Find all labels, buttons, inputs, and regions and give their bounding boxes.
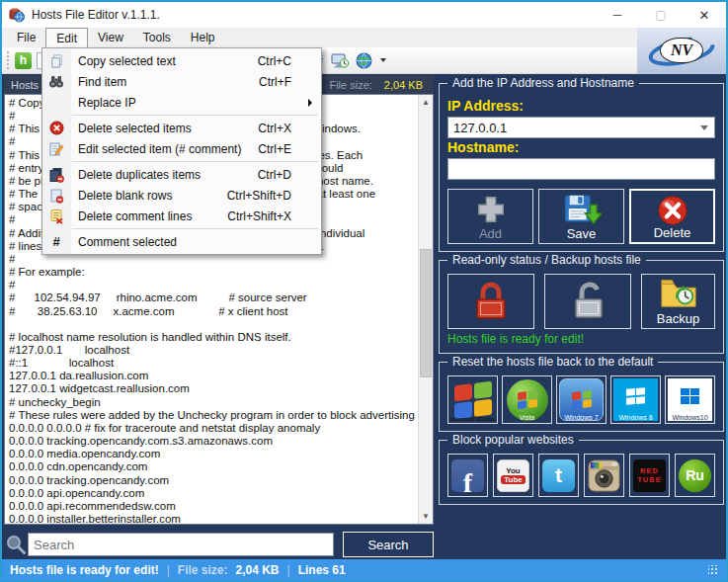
add-button[interactable]: Add bbox=[447, 189, 533, 244]
ready-status-text: Hosts file is ready for edit! bbox=[447, 332, 715, 346]
ip-address-combobox[interactable]: 127.0.0.1 bbox=[447, 117, 715, 138]
ru-icon: Ru bbox=[679, 459, 711, 492]
windows-xp-icon bbox=[454, 380, 492, 419]
submenu-arrow-icon bbox=[308, 99, 312, 107]
menu-item-edit-selected-item[interactable]: Edit selected item (# comment) Ctrl+E bbox=[42, 138, 321, 159]
delete-x-icon bbox=[656, 194, 689, 227]
menu-tools[interactable]: Tools bbox=[133, 28, 181, 47]
nv-logo: NV bbox=[647, 34, 716, 69]
scroll-up-icon[interactable]: ▲ bbox=[419, 95, 433, 110]
block-sites-group-title: Block popular websites bbox=[447, 433, 579, 447]
menu-item-shortcut: Ctrl+C bbox=[258, 54, 321, 68]
globe-dropdown-arrow-icon[interactable] bbox=[380, 58, 386, 62]
menu-item-comment-selected[interactable]: # Comment selected bbox=[42, 231, 321, 252]
scrollbar-thumb[interactable] bbox=[420, 249, 432, 377]
search-button[interactable]: Search bbox=[343, 532, 434, 557]
menu-item-delete-selected-items[interactable]: Delete selected items Ctrl+X bbox=[42, 118, 321, 138]
save-button[interactable]: Save bbox=[538, 189, 624, 244]
title-bar: Hosts File Editor v.1.1.1. ─ ▢ ✕ bbox=[2, 2, 726, 28]
email-clock-icon[interactable] bbox=[331, 52, 350, 69]
window-title: Hosts File Editor v.1.1.1. bbox=[32, 8, 160, 22]
lock-open-icon bbox=[565, 280, 610, 323]
redtube-icon: RED TUBE bbox=[633, 459, 666, 492]
maximize-button[interactable]: ▢ bbox=[639, 2, 683, 28]
menu-item-label: Edit selected item (# comment) bbox=[78, 142, 241, 156]
backup-button-label: Backup bbox=[657, 311, 699, 326]
menu-item-delete-duplicates[interactable]: Delete duplicates items Ctrl+D bbox=[42, 164, 321, 185]
menu-item-label: Find item bbox=[78, 75, 126, 89]
menu-item-replace-ip[interactable]: Replace IP bbox=[42, 92, 321, 113]
menu-item-label: Replace IP bbox=[78, 96, 136, 110]
hosts-icon[interactable]: h bbox=[15, 52, 32, 69]
reset-group: Reset the hosts file back to the default… bbox=[439, 362, 724, 432]
statusbar-separator: | bbox=[287, 563, 290, 577]
block-redtube-button[interactable]: RED TUBE bbox=[629, 454, 670, 497]
statusbar-lines-label: Lines 61 bbox=[298, 563, 346, 577]
menu-item-label: Delete comment lines bbox=[78, 209, 192, 223]
delete-button-label: Delete bbox=[654, 225, 691, 240]
menu-file[interactable]: File bbox=[7, 28, 45, 47]
close-button[interactable]: ✕ bbox=[683, 2, 726, 28]
delete-red-icon bbox=[49, 121, 64, 135]
menu-item-shortcut: Ctrl+X bbox=[258, 122, 321, 135]
status-bar: Hosts file is ready for edit! | File siz… bbox=[2, 559, 726, 580]
binoculars-icon bbox=[48, 74, 64, 89]
search-row: Search bbox=[4, 525, 434, 558]
menu-item-delete-blank-rows[interactable]: Delete blank rows Ctrl+Shift+D bbox=[42, 185, 321, 206]
statusbar-status-text: Hosts file is ready for edit! bbox=[10, 563, 159, 577]
vertical-scrollbar[interactable]: ▲ ▼ bbox=[418, 95, 433, 524]
reset-windows-7-button[interactable]: Windows 7 bbox=[556, 375, 607, 424]
windows-vista-label: Vista bbox=[503, 414, 551, 421]
chevron-down-icon[interactable] bbox=[700, 125, 708, 130]
menu-item-shortcut: Ctrl+F bbox=[259, 75, 321, 89]
reset-windows-vista-button[interactable]: Vista bbox=[502, 375, 552, 424]
menu-item-shortcut: Ctrl+E bbox=[258, 142, 321, 156]
lock-closed-icon bbox=[468, 280, 514, 323]
backup-button[interactable]: Backup bbox=[641, 274, 715, 329]
unlock-button[interactable] bbox=[544, 274, 631, 329]
lock-readonly-button[interactable] bbox=[447, 274, 534, 329]
scroll-down-icon[interactable]: ▼ bbox=[419, 509, 433, 524]
statusbar-size-label: File size: bbox=[178, 563, 228, 577]
menu-item-label: Comment selected bbox=[78, 235, 177, 249]
ip-address-label: IP Address: bbox=[447, 98, 715, 114]
save-button-label: Save bbox=[567, 226, 597, 241]
menu-edit[interactable]: Edit bbox=[45, 28, 88, 47]
reset-windows-xp-button[interactable]: Microsoft Windows bbox=[447, 375, 498, 424]
block-youtube-button[interactable]: You Tube bbox=[493, 454, 533, 497]
globe-icon[interactable] bbox=[356, 52, 372, 69]
backup-folder-icon bbox=[659, 275, 698, 310]
block-twitter-button[interactable]: t bbox=[538, 454, 579, 497]
menu-item-copy-selected-text[interactable]: Copy selected text Ctrl+C bbox=[42, 50, 321, 71]
menu-view[interactable]: View bbox=[88, 28, 133, 47]
reset-windows-10-button[interactable]: Windows10 bbox=[665, 375, 715, 424]
menu-help[interactable]: Help bbox=[181, 28, 225, 47]
delete-button[interactable]: Delete bbox=[629, 189, 715, 244]
app-icon bbox=[9, 7, 25, 23]
menu-item-find-item[interactable]: Find item Ctrl+F bbox=[42, 71, 321, 92]
resize-grip-icon[interactable] bbox=[708, 565, 718, 575]
windows-8-label: Windows 8 bbox=[611, 414, 660, 421]
menu-item-delete-comment-lines[interactable]: Delete comment lines Ctrl+Shift+X bbox=[42, 206, 321, 226]
file-size-label: File size: bbox=[329, 79, 371, 91]
add-plus-icon bbox=[474, 193, 508, 226]
toolbar-grip-handle[interactable] bbox=[7, 51, 11, 69]
block-sites-group: Block popular websites f You Tube bbox=[439, 440, 724, 505]
block-rutracker-button[interactable]: Ru bbox=[675, 454, 715, 497]
youtube-text-bottom: Tube bbox=[501, 475, 526, 484]
search-input[interactable] bbox=[28, 533, 334, 556]
youtube-text-top: You bbox=[506, 466, 521, 475]
minimize-button[interactable]: ─ bbox=[596, 2, 639, 28]
block-facebook-button[interactable]: f bbox=[447, 454, 488, 497]
menu-separator bbox=[72, 228, 318, 229]
windows-10-label: Windows10 bbox=[666, 414, 714, 421]
add-host-group-title: Add the IP Address and Hostname bbox=[447, 76, 639, 90]
edit-menu-popup: Copy selected text Ctrl+C Find item Ctrl… bbox=[41, 47, 322, 255]
windows-xp-caption: Microsoft Windows bbox=[450, 416, 495, 422]
menu-item-shortcut: Ctrl+D bbox=[258, 168, 321, 182]
block-instagram-button[interactable] bbox=[584, 454, 624, 497]
delete-blank-rows-icon bbox=[48, 188, 64, 204]
reset-windows-8-button[interactable]: Windows 8 bbox=[610, 375, 661, 424]
hostname-field[interactable] bbox=[447, 158, 715, 180]
statusbar-size-value: 2,04 KB bbox=[236, 563, 280, 577]
